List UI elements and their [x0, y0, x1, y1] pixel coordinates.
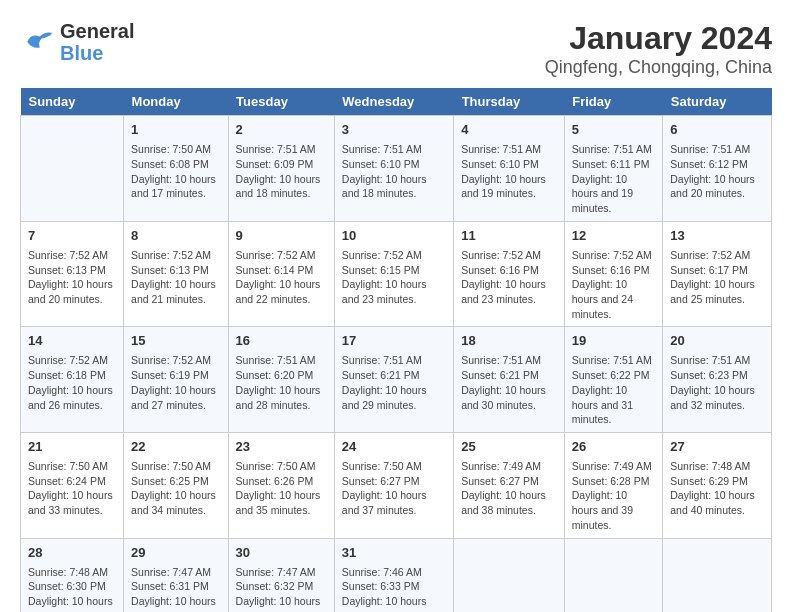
calendar-cell: 30Sunrise: 7:47 AMSunset: 6:32 PMDayligh… — [228, 538, 334, 612]
calendar-week-row: 28Sunrise: 7:48 AMSunset: 6:30 PMDayligh… — [21, 538, 772, 612]
day-info: Sunrise: 7:52 AMSunset: 6:17 PMDaylight:… — [670, 248, 764, 307]
day-number: 5 — [572, 121, 655, 139]
calendar-week-row: 7Sunrise: 7:52 AMSunset: 6:13 PMDaylight… — [21, 221, 772, 327]
day-number: 2 — [236, 121, 327, 139]
calendar-cell: 29Sunrise: 7:47 AMSunset: 6:31 PMDayligh… — [124, 538, 229, 612]
calendar-cell — [21, 116, 124, 222]
day-number: 13 — [670, 227, 764, 245]
day-info: Sunrise: 7:51 AMSunset: 6:10 PMDaylight:… — [342, 142, 446, 201]
calendar-cell: 27Sunrise: 7:48 AMSunset: 6:29 PMDayligh… — [663, 432, 772, 538]
header-thursday: Thursday — [454, 88, 565, 116]
calendar-cell: 3Sunrise: 7:51 AMSunset: 6:10 PMDaylight… — [334, 116, 453, 222]
day-number: 8 — [131, 227, 221, 245]
day-number: 21 — [28, 438, 116, 456]
day-number: 12 — [572, 227, 655, 245]
day-info: Sunrise: 7:52 AMSunset: 6:13 PMDaylight:… — [28, 248, 116, 307]
calendar-cell: 31Sunrise: 7:46 AMSunset: 6:33 PMDayligh… — [334, 538, 453, 612]
calendar-cell — [564, 538, 662, 612]
calendar-cell: 17Sunrise: 7:51 AMSunset: 6:21 PMDayligh… — [334, 327, 453, 433]
day-number: 31 — [342, 544, 446, 562]
day-info: Sunrise: 7:48 AMSunset: 6:29 PMDaylight:… — [670, 459, 764, 518]
day-info: Sunrise: 7:51 AMSunset: 6:21 PMDaylight:… — [461, 353, 557, 412]
calendar-cell: 9Sunrise: 7:52 AMSunset: 6:14 PMDaylight… — [228, 221, 334, 327]
calendar-cell: 18Sunrise: 7:51 AMSunset: 6:21 PMDayligh… — [454, 327, 565, 433]
calendar-cell: 11Sunrise: 7:52 AMSunset: 6:16 PMDayligh… — [454, 221, 565, 327]
day-number: 23 — [236, 438, 327, 456]
day-number: 25 — [461, 438, 557, 456]
calendar-cell: 20Sunrise: 7:51 AMSunset: 6:23 PMDayligh… — [663, 327, 772, 433]
day-info: Sunrise: 7:51 AMSunset: 6:09 PMDaylight:… — [236, 142, 327, 201]
page-subtitle: Qingfeng, Chongqing, China — [545, 57, 772, 78]
page-title: January 2024 — [545, 20, 772, 57]
day-info: Sunrise: 7:52 AMSunset: 6:16 PMDaylight:… — [572, 248, 655, 321]
logo: General Blue — [20, 20, 134, 64]
calendar-cell: 28Sunrise: 7:48 AMSunset: 6:30 PMDayligh… — [21, 538, 124, 612]
day-info: Sunrise: 7:49 AMSunset: 6:28 PMDaylight:… — [572, 459, 655, 532]
calendar-cell: 24Sunrise: 7:50 AMSunset: 6:27 PMDayligh… — [334, 432, 453, 538]
calendar-cell — [663, 538, 772, 612]
calendar-cell: 4Sunrise: 7:51 AMSunset: 6:10 PMDaylight… — [454, 116, 565, 222]
calendar-cell: 13Sunrise: 7:52 AMSunset: 6:17 PMDayligh… — [663, 221, 772, 327]
day-info: Sunrise: 7:51 AMSunset: 6:11 PMDaylight:… — [572, 142, 655, 215]
day-info: Sunrise: 7:51 AMSunset: 6:23 PMDaylight:… — [670, 353, 764, 412]
day-info: Sunrise: 7:50 AMSunset: 6:24 PMDaylight:… — [28, 459, 116, 518]
day-number: 29 — [131, 544, 221, 562]
calendar-week-row: 21Sunrise: 7:50 AMSunset: 6:24 PMDayligh… — [21, 432, 772, 538]
day-info: Sunrise: 7:52 AMSunset: 6:15 PMDaylight:… — [342, 248, 446, 307]
day-number: 11 — [461, 227, 557, 245]
calendar-cell: 25Sunrise: 7:49 AMSunset: 6:27 PMDayligh… — [454, 432, 565, 538]
day-number: 28 — [28, 544, 116, 562]
day-number: 3 — [342, 121, 446, 139]
day-info: Sunrise: 7:51 AMSunset: 6:20 PMDaylight:… — [236, 353, 327, 412]
day-number: 27 — [670, 438, 764, 456]
day-info: Sunrise: 7:47 AMSunset: 6:32 PMDaylight:… — [236, 565, 327, 612]
day-info: Sunrise: 7:50 AMSunset: 6:08 PMDaylight:… — [131, 142, 221, 201]
calendar-cell: 26Sunrise: 7:49 AMSunset: 6:28 PMDayligh… — [564, 432, 662, 538]
calendar-cell: 22Sunrise: 7:50 AMSunset: 6:25 PMDayligh… — [124, 432, 229, 538]
day-number: 22 — [131, 438, 221, 456]
day-number: 14 — [28, 332, 116, 350]
logo-icon — [20, 24, 56, 60]
day-number: 16 — [236, 332, 327, 350]
day-number: 7 — [28, 227, 116, 245]
day-info: Sunrise: 7:49 AMSunset: 6:27 PMDaylight:… — [461, 459, 557, 518]
day-info: Sunrise: 7:51 AMSunset: 6:12 PMDaylight:… — [670, 142, 764, 201]
day-number: 10 — [342, 227, 446, 245]
day-number: 30 — [236, 544, 327, 562]
title-block: January 2024 Qingfeng, Chongqing, China — [545, 20, 772, 78]
calendar-cell: 10Sunrise: 7:52 AMSunset: 6:15 PMDayligh… — [334, 221, 453, 327]
calendar-cell: 6Sunrise: 7:51 AMSunset: 6:12 PMDaylight… — [663, 116, 772, 222]
calendar-table: Sunday Monday Tuesday Wednesday Thursday… — [20, 88, 772, 612]
header-saturday: Saturday — [663, 88, 772, 116]
day-number: 26 — [572, 438, 655, 456]
day-number: 17 — [342, 332, 446, 350]
calendar-cell: 2Sunrise: 7:51 AMSunset: 6:09 PMDaylight… — [228, 116, 334, 222]
day-number: 18 — [461, 332, 557, 350]
header-wednesday: Wednesday — [334, 88, 453, 116]
calendar-week-row: 1Sunrise: 7:50 AMSunset: 6:08 PMDaylight… — [21, 116, 772, 222]
calendar-cell: 16Sunrise: 7:51 AMSunset: 6:20 PMDayligh… — [228, 327, 334, 433]
calendar-header-row: Sunday Monday Tuesday Wednesday Thursday… — [21, 88, 772, 116]
day-info: Sunrise: 7:50 AMSunset: 6:26 PMDaylight:… — [236, 459, 327, 518]
day-info: Sunrise: 7:51 AMSunset: 6:10 PMDaylight:… — [461, 142, 557, 201]
calendar-cell: 1Sunrise: 7:50 AMSunset: 6:08 PMDaylight… — [124, 116, 229, 222]
day-info: Sunrise: 7:50 AMSunset: 6:27 PMDaylight:… — [342, 459, 446, 518]
calendar-cell: 5Sunrise: 7:51 AMSunset: 6:11 PMDaylight… — [564, 116, 662, 222]
logo-text-line1: General — [60, 20, 134, 42]
calendar-cell: 21Sunrise: 7:50 AMSunset: 6:24 PMDayligh… — [21, 432, 124, 538]
header-friday: Friday — [564, 88, 662, 116]
calendar-cell: 23Sunrise: 7:50 AMSunset: 6:26 PMDayligh… — [228, 432, 334, 538]
day-info: Sunrise: 7:50 AMSunset: 6:25 PMDaylight:… — [131, 459, 221, 518]
day-info: Sunrise: 7:47 AMSunset: 6:31 PMDaylight:… — [131, 565, 221, 612]
calendar-cell: 14Sunrise: 7:52 AMSunset: 6:18 PMDayligh… — [21, 327, 124, 433]
calendar-cell: 7Sunrise: 7:52 AMSunset: 6:13 PMDaylight… — [21, 221, 124, 327]
day-info: Sunrise: 7:52 AMSunset: 6:16 PMDaylight:… — [461, 248, 557, 307]
day-number: 4 — [461, 121, 557, 139]
page-header: General Blue January 2024 Qingfeng, Chon… — [20, 20, 772, 78]
day-info: Sunrise: 7:51 AMSunset: 6:21 PMDaylight:… — [342, 353, 446, 412]
header-monday: Monday — [124, 88, 229, 116]
calendar-cell — [454, 538, 565, 612]
day-info: Sunrise: 7:52 AMSunset: 6:19 PMDaylight:… — [131, 353, 221, 412]
day-info: Sunrise: 7:52 AMSunset: 6:14 PMDaylight:… — [236, 248, 327, 307]
calendar-cell: 12Sunrise: 7:52 AMSunset: 6:16 PMDayligh… — [564, 221, 662, 327]
